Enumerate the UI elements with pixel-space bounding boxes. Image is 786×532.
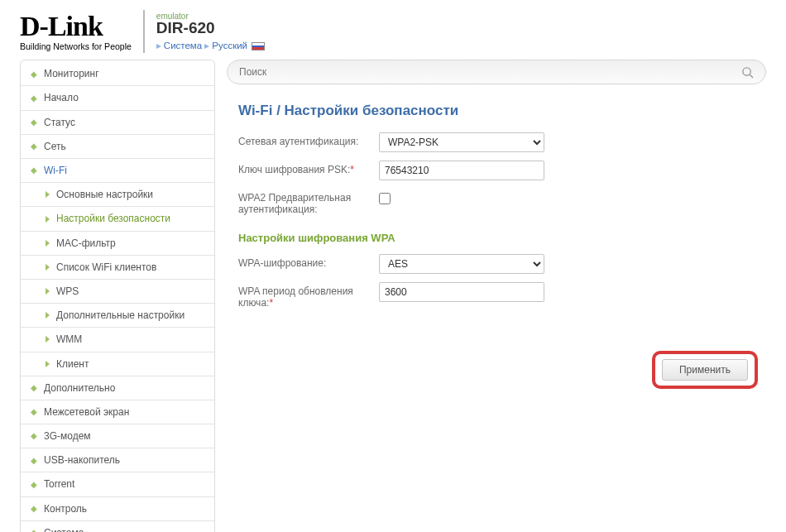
search-icon[interactable] xyxy=(741,66,754,79)
sidebar-item-system[interactable]: ◆Система xyxy=(21,521,214,532)
svg-point-0 xyxy=(743,68,750,75)
sidebar-item-3g[interactable]: ◆3G-модем xyxy=(21,424,214,448)
sidebar-item-control[interactable]: ◆Контроль xyxy=(21,497,214,521)
divider xyxy=(143,10,145,53)
psk-input[interactable] xyxy=(379,161,544,180)
logo: D-Link Building Networks for People xyxy=(20,10,132,55)
logo-text: D-Link xyxy=(20,13,132,40)
sidebar-item-advanced[interactable]: ◆Дополнительно xyxy=(21,376,214,400)
sidebar-sub-macfilter[interactable]: MAC-фильтр xyxy=(21,232,214,256)
nav-system[interactable]: Система xyxy=(164,41,202,50)
page-title: Wi-Fi / Настройки безопасности xyxy=(238,103,755,119)
svg-line-1 xyxy=(750,74,753,78)
rekey-input[interactable] xyxy=(379,282,544,302)
logo-tagline: Building Networks for People xyxy=(20,41,132,51)
sidebar-item-status[interactable]: ◆Статус xyxy=(21,111,214,135)
sidebar-item-monitoring[interactable]: ◆Мониторинг xyxy=(21,62,214,86)
enc-select[interactable]: AES xyxy=(379,254,544,274)
top-nav: ▸Система ▸Русский xyxy=(156,40,265,51)
sidebar-sub-wps[interactable]: WPS xyxy=(21,280,214,304)
auth-label: Сетевая аутентификация: xyxy=(238,132,379,147)
enc-label: WPA-шифрование: xyxy=(238,254,379,269)
nav-language[interactable]: Русский xyxy=(212,41,247,50)
sidebar-item-torrent[interactable]: ◆Torrent xyxy=(21,472,214,496)
preauth-checkbox[interactable] xyxy=(379,193,391,204)
apply-button[interactable]: Применить xyxy=(662,359,748,381)
sidebar-sub-advanced[interactable]: Дополнительные настройки xyxy=(21,304,214,328)
sidebar-sub-client[interactable]: Клиент xyxy=(21,352,214,376)
apply-highlight: Применить xyxy=(652,351,758,389)
sidebar-item-wifi[interactable]: ◆Wi-Fi xyxy=(21,159,214,183)
sidebar-item-firewall[interactable]: ◆Межсетевой экран xyxy=(21,400,214,424)
sidebar-item-network[interactable]: ◆Сеть xyxy=(21,135,214,159)
search-input[interactable] xyxy=(239,66,702,78)
psk-label: Ключ шифрования PSK:* xyxy=(238,161,379,175)
main-content: Wi-Fi / Настройки безопасности Сетевая а… xyxy=(227,60,766,395)
header: D-Link Building Networks for People emul… xyxy=(20,0,766,60)
sidebar-sub-wmm[interactable]: WMM xyxy=(21,328,214,352)
preauth-label: WPA2 Предварительная аутентификация: xyxy=(238,189,379,215)
flag-icon xyxy=(252,42,265,50)
sidebar-sub-clients[interactable]: Список WiFi клиентов xyxy=(21,256,214,280)
model-label: DIR-620 xyxy=(156,19,265,37)
wpa-section-title: Настройки шифрования WPA xyxy=(238,232,755,244)
sidebar-item-start[interactable]: ◆Начало xyxy=(21,86,214,110)
sidebar-sub-basic[interactable]: Основные настройки xyxy=(21,183,214,207)
rekey-label: WPA период обновления ключа:* xyxy=(238,282,379,309)
sidebar-sub-security[interactable]: Настройки безопасности xyxy=(21,207,214,231)
search-bar xyxy=(227,60,766,84)
auth-select[interactable]: WPA2-PSK xyxy=(379,132,544,152)
sidebar-item-usb[interactable]: ◆USB-накопитель xyxy=(21,448,214,472)
sidebar: ◆Мониторинг ◆Начало ◆Статус ◆Сеть ◆Wi-Fi… xyxy=(20,60,215,532)
